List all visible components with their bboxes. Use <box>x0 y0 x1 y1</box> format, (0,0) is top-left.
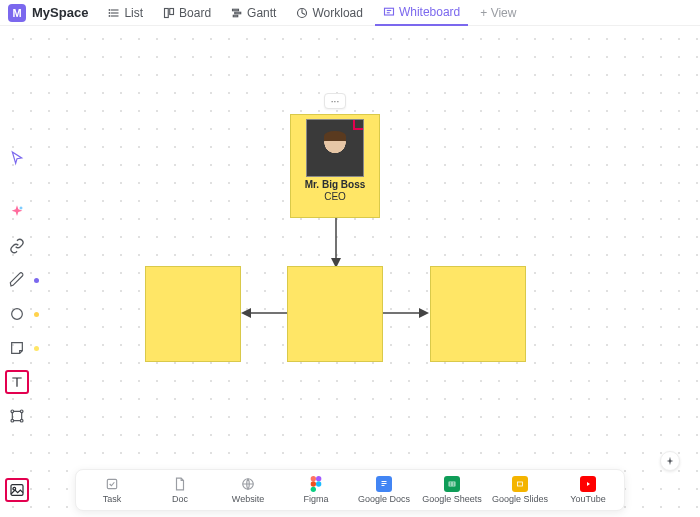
dock-figma[interactable]: Figma <box>290 476 342 504</box>
tab-list-label: List <box>124 6 143 20</box>
dock-website-label: Website <box>232 494 264 504</box>
svg-point-33 <box>316 481 321 486</box>
svg-rect-20 <box>11 485 23 496</box>
pin-icon <box>665 456 675 466</box>
svg-point-17 <box>20 419 23 422</box>
connector-icon <box>9 408 25 424</box>
svg-point-15 <box>12 309 23 320</box>
svg-rect-9 <box>235 12 241 14</box>
youtube-icon <box>580 476 596 492</box>
dock-task[interactable]: Task <box>86 476 138 504</box>
tab-add-view[interactable]: + View <box>472 0 524 26</box>
shape-color-dot <box>34 312 39 317</box>
sticky-color-dot <box>34 346 39 351</box>
tool-pen[interactable] <box>5 268 29 292</box>
circle-icon <box>9 306 25 322</box>
globe-icon <box>240 476 256 492</box>
left-toolbar <box>4 166 30 502</box>
gantt-icon <box>231 7 243 19</box>
bottom-dock: Task Doc Website Figma Google Docs Googl… <box>75 469 625 511</box>
dock-gsheets[interactable]: Google Sheets <box>426 476 478 504</box>
svg-rect-36 <box>382 481 387 482</box>
svg-point-34 <box>311 487 316 492</box>
tab-add-label: + View <box>480 6 516 20</box>
note-more-button[interactable]: ··· <box>324 93 346 109</box>
gsheets-icon <box>444 476 460 492</box>
list-icon <box>108 7 120 19</box>
note-ceo[interactable]: ··· Mr. Big Boss CEO <box>290 114 380 218</box>
dock-doc[interactable]: Doc <box>154 476 206 504</box>
dock-website[interactable]: Website <box>222 476 274 504</box>
pen-color-dot <box>34 278 39 283</box>
tab-whiteboard-label: Whiteboard <box>399 5 460 19</box>
svg-point-4 <box>110 12 111 13</box>
tab-workload[interactable]: Workload <box>288 0 370 26</box>
arrow-down[interactable] <box>330 218 342 268</box>
tab-whiteboard[interactable]: Whiteboard <box>375 0 468 26</box>
svg-point-3 <box>110 9 111 10</box>
arrow-right[interactable] <box>383 306 429 320</box>
workspace-name[interactable]: MySpace <box>32 5 88 20</box>
tab-board-label: Board <box>179 6 211 20</box>
svg-point-31 <box>316 476 321 481</box>
tool-ai[interactable] <box>5 200 29 224</box>
link-icon <box>9 238 25 254</box>
dock-gdocs[interactable]: Google Docs <box>358 476 410 504</box>
svg-point-19 <box>11 419 14 422</box>
doc-icon <box>172 476 188 492</box>
figma-icon <box>308 476 324 492</box>
tool-select[interactable] <box>5 146 29 170</box>
tool-shape[interactable] <box>5 302 29 326</box>
tab-workload-label: Workload <box>312 6 362 20</box>
dock-youtube[interactable]: YouTube <box>562 476 614 504</box>
note-image[interactable] <box>306 119 364 177</box>
svg-rect-38 <box>382 485 385 486</box>
tool-text[interactable] <box>5 370 29 394</box>
svg-rect-12 <box>384 8 393 15</box>
header-bar: M MySpace List Board Gantt Workload Whit… <box>0 0 700 26</box>
whiteboard-icon <box>383 6 395 18</box>
svg-rect-8 <box>233 9 239 11</box>
svg-point-5 <box>110 15 111 16</box>
svg-rect-6 <box>165 8 169 17</box>
tool-sticky[interactable] <box>5 336 29 360</box>
svg-point-16 <box>11 410 14 413</box>
note-title-text: CEO <box>324 191 346 202</box>
dock-gdocs-label: Google Docs <box>358 494 410 504</box>
dock-task-label: Task <box>103 494 122 504</box>
sparkle-icon <box>9 204 25 220</box>
workspace-badge[interactable]: M <box>8 4 26 22</box>
highlight-corner <box>353 119 364 130</box>
cursor-icon <box>9 150 25 166</box>
svg-marker-27 <box>419 308 429 318</box>
dock-youtube-label: YouTube <box>570 494 605 504</box>
tab-board[interactable]: Board <box>155 0 219 26</box>
note-name-text: Mr. Big Boss <box>305 179 366 190</box>
task-icon <box>104 476 120 492</box>
pin-button[interactable] <box>660 451 680 471</box>
tool-image[interactable] <box>5 478 29 502</box>
svg-point-30 <box>311 476 316 481</box>
note-child-3[interactable] <box>430 266 526 362</box>
tool-connector[interactable] <box>5 404 29 428</box>
dock-figma-label: Figma <box>303 494 328 504</box>
pen-icon <box>9 272 25 288</box>
svg-point-18 <box>20 410 23 413</box>
gdocs-icon <box>376 476 392 492</box>
note-child-1[interactable] <box>145 266 241 362</box>
dock-doc-label: Doc <box>172 494 188 504</box>
text-icon <box>9 374 25 390</box>
tab-gantt[interactable]: Gantt <box>223 0 284 26</box>
note-child-2[interactable] <box>287 266 383 362</box>
dock-gslides[interactable]: Google Slides <box>494 476 546 504</box>
svg-marker-25 <box>241 308 251 318</box>
svg-rect-7 <box>170 8 174 14</box>
gslides-icon <box>512 476 528 492</box>
svg-point-32 <box>311 481 316 486</box>
whiteboard-canvas[interactable]: ··· Mr. Big Boss CEO Task <box>0 26 700 517</box>
arrow-left[interactable] <box>241 306 287 320</box>
tool-link[interactable] <box>5 234 29 258</box>
image-icon <box>9 482 25 498</box>
tab-list[interactable]: List <box>100 0 151 26</box>
svg-rect-10 <box>233 15 238 17</box>
